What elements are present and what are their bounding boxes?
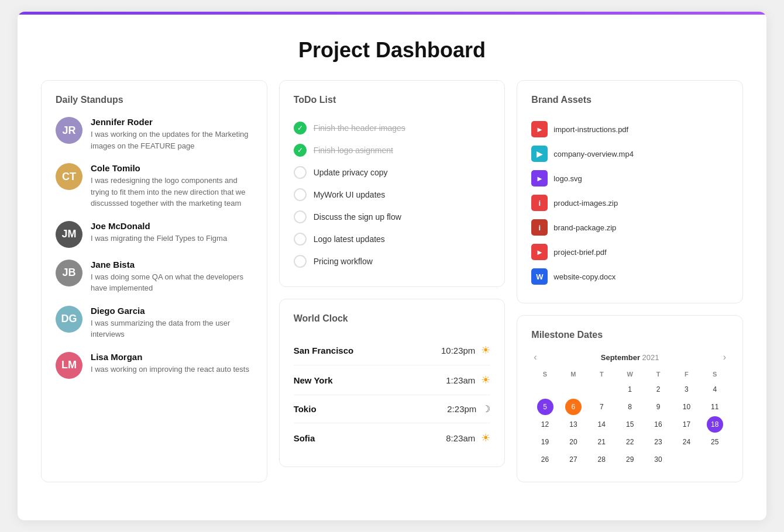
main-container: Project Dashboard Daily Standups JR Jenn… (18, 12, 766, 520)
todo-checkbox[interactable] (294, 188, 307, 201)
standup-item: DG Diego Garcia I was summarizing the da… (56, 306, 253, 340)
world-clock-title: World Clock (294, 313, 491, 324)
calendar-day[interactable]: 4 (707, 381, 723, 398)
standup-desc: I was migrating the Field Types to Figma (91, 233, 227, 244)
calendar-day[interactable]: 8 (622, 399, 638, 415)
todo-item[interactable]: Update privacy copy (294, 161, 491, 184)
standup-text: Diego Garcia I was summarizing the data … (91, 306, 253, 340)
calendar-day-of-week: F (673, 368, 700, 380)
clock-city: San Francisco (294, 346, 441, 355)
calendar-day-of-week: S (702, 368, 728, 380)
calendar-day-of-week: M (560, 368, 587, 380)
todo-text: Update privacy copy (314, 168, 388, 177)
calendar-day[interactable]: 7 (593, 399, 610, 415)
todo-checkbox[interactable]: ✓ (294, 122, 307, 134)
calendar-day[interactable]: 12 (537, 416, 553, 433)
calendar-day[interactable]: 11 (707, 399, 723, 415)
todo-item[interactable]: MyWork UI updates (294, 184, 491, 206)
asset-item[interactable]: ▶ company-overview.mp4 (531, 141, 728, 166)
todo-item[interactable]: ✓ Finish logo asignment (294, 139, 491, 161)
calendar-day[interactable]: 27 (565, 451, 582, 468)
milestone-dates-card: Milestone Dates ‹ September 2021 › SMTWT… (517, 315, 743, 482)
asset-item[interactable]: i product-images.zip (531, 191, 728, 215)
calendar-day[interactable]: 1 (622, 381, 638, 398)
calendar-day[interactable]: 21 (593, 434, 610, 450)
calendar-day[interactable]: 9 (650, 399, 666, 415)
standup-text: Jane Bista I was doing some QA on what t… (91, 260, 253, 294)
avatar: DG (56, 306, 82, 333)
calendar-day[interactable]: 23 (650, 434, 666, 450)
standups-list: JR Jennifer Roder I was working on the u… (56, 117, 253, 379)
clock-item: New York 1:23am ☀ (294, 365, 491, 395)
calendar-day-of-week: T (645, 368, 672, 380)
standups-title: Daily Standups (56, 95, 253, 105)
todo-item[interactable]: Pricing workflow (294, 250, 491, 272)
calendar-day[interactable]: 29 (622, 451, 638, 468)
standup-desc: I was summarizing the data from the user… (91, 317, 253, 340)
calendar-day[interactable]: 30 (650, 451, 666, 468)
file-type-icon: ▶ (531, 146, 548, 162)
todo-checkbox[interactable] (294, 210, 307, 223)
calendar-grid: SMTWTFS123456789101112131415161718192021… (531, 368, 728, 468)
clock-city: New York (294, 375, 446, 385)
calendar-day[interactable]: 10 (678, 399, 694, 415)
calendar-day[interactable]: 14 (593, 416, 610, 433)
todo-card: ToDo List ✓ Finish the header images ✓ F… (279, 80, 506, 287)
todo-checkbox[interactable] (294, 233, 307, 246)
standup-item: JR Jennifer Roder I was working on the u… (56, 117, 253, 151)
todo-checkbox[interactable] (294, 166, 307, 179)
standup-item: LM Lisa Morgan I was working on improvin… (56, 352, 253, 379)
calendar-day[interactable]: 16 (650, 416, 666, 433)
standup-text: Jennifer Roder I was working on the upda… (91, 117, 253, 151)
calendar-day[interactable]: 5 (537, 399, 553, 415)
asset-item[interactable]: ► import-instructions.pdf (531, 117, 728, 141)
calendar-day[interactable]: 28 (593, 451, 610, 468)
todo-text: Finish the header images (314, 123, 405, 133)
calendar-prev-button[interactable]: ‹ (531, 352, 539, 362)
avatar: LM (56, 352, 82, 379)
file-type-icon: ► (531, 121, 548, 137)
calendar-widget: ‹ September 2021 › SMTWTFS12345678910111… (531, 352, 728, 468)
calendar-day[interactable]: 20 (565, 434, 582, 450)
standup-text: Joe McDonald I was migrating the Field T… (91, 221, 227, 244)
asset-item[interactable]: ► logo.svg (531, 166, 728, 191)
calendar-day[interactable]: 19 (537, 434, 553, 450)
todo-item[interactable]: Logo latest updates (294, 228, 491, 250)
calendar-day[interactable]: 6 (565, 399, 582, 415)
asset-item[interactable]: W website-copy.docx (531, 264, 728, 289)
asset-name: brand-package.zip (553, 223, 616, 232)
clock-item: San Francisco 10:23pm ☀ (294, 336, 491, 365)
todo-item[interactable]: Discuss the sign up flow (294, 206, 491, 228)
todo-checkbox[interactable] (294, 255, 307, 268)
calendar-empty-cell (531, 381, 558, 398)
standup-name: Jennifer Roder (91, 117, 253, 127)
calendar-day[interactable]: 24 (678, 434, 694, 450)
calendar-next-button[interactable]: › (721, 352, 728, 362)
standup-name: Lisa Morgan (91, 352, 249, 362)
todo-item[interactable]: ✓ Finish the header images (294, 117, 491, 139)
file-type-icon: i (531, 219, 548, 236)
calendar-day[interactable]: 17 (678, 416, 694, 433)
calendar-day[interactable]: 18 (707, 416, 723, 433)
asset-item[interactable]: ► project-brief.pdf (531, 240, 728, 264)
calendar-day[interactable]: 2 (650, 381, 666, 398)
calendar-day[interactable]: 13 (565, 416, 582, 433)
brand-assets-card: Brand Assets ► import-instructions.pdf ▶… (517, 80, 743, 303)
todo-text: Logo latest updates (314, 234, 385, 244)
sun-icon: ☀ (481, 431, 490, 444)
calendar-day[interactable]: 25 (707, 434, 723, 450)
clock-item: Sofia 8:23am ☀ (294, 423, 491, 452)
calendar-day[interactable]: 22 (622, 434, 638, 450)
milestone-dates-title: Milestone Dates (531, 330, 728, 340)
todo-text: MyWork UI updates (314, 190, 386, 199)
calendar-empty-cell (588, 381, 615, 398)
calendar-day[interactable]: 3 (678, 381, 694, 398)
clock-time: 10:23pm (441, 346, 475, 355)
world-clock-card: World Clock San Francisco 10:23pm ☀ New … (279, 299, 506, 467)
calendar-day[interactable]: 15 (622, 416, 638, 433)
asset-item[interactable]: i brand-package.zip (531, 215, 728, 240)
moon-icon: ☽ (482, 403, 490, 414)
todo-checkbox[interactable]: ✓ (294, 144, 307, 157)
brand-assets-title: Brand Assets (531, 95, 728, 105)
calendar-day[interactable]: 26 (537, 451, 553, 468)
